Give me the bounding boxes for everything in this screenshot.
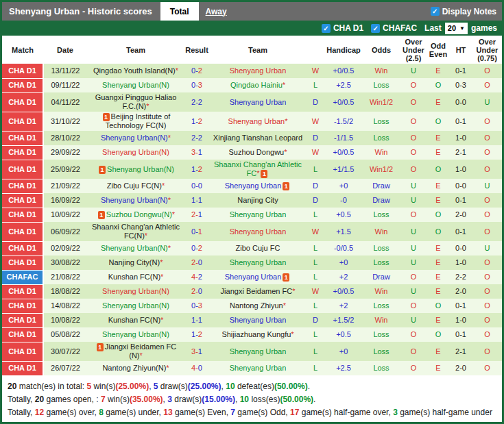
table-row: CHA D1 28/10/22 Shenyang Urban(N)* 2-2 X… — [2, 131, 502, 145]
games-select[interactable]: 20 ▼ — [445, 23, 468, 34]
table-row: CHA D1 09/11/22 Shenyang Urban(N) 0-3 Qi… — [2, 78, 502, 92]
summary-segment: game(s) under, — [104, 408, 163, 417]
match-date: 28/10/22 — [43, 131, 87, 145]
match-date: 02/09/22 — [43, 241, 87, 255]
home-team-cell: Shenyang Urban(N) — [87, 299, 184, 313]
away-goals: 2 — [198, 134, 202, 142]
over-under-25-value: O — [400, 78, 427, 92]
away-goals: 0 — [198, 258, 202, 266]
over-under-25-value: O — [400, 327, 427, 342]
over-under-25-value: O — [400, 92, 427, 112]
away-goals: 2 — [198, 165, 202, 173]
summary-segment: game(s) half-game over, — [299, 408, 393, 417]
col-over-under-075: Over Under (0.75) — [472, 36, 502, 64]
home-team-cell: Guangxi Pingguo Haliao F.C.(N)* — [87, 92, 184, 112]
col-odds: Odds — [363, 36, 400, 64]
odds-result: Win1/2 — [363, 92, 400, 112]
chafac-checkbox[interactable]: ✓ — [371, 24, 380, 33]
odds-result: Win1/2 — [363, 160, 400, 179]
home-team-cell: Nantong Zhiyun(N)* — [87, 361, 184, 375]
handicap-value: +2 — [324, 270, 363, 284]
match-date: 13/11/22 — [43, 64, 87, 78]
away-goals: 3 — [198, 301, 202, 310]
summary-segment: (25.00%) — [115, 382, 149, 391]
result-letter: W — [307, 112, 324, 131]
final-score: 2-2 — [184, 131, 209, 145]
over-under-075-value: O — [472, 193, 502, 208]
summary-segment: 8 — [99, 408, 104, 417]
summary-segment: game(s) Odd, — [235, 408, 290, 417]
home-team-cell: 1Jiangxi Beidamen FC (N)* — [87, 342, 184, 361]
away-goals: 2 — [198, 117, 202, 125]
odd-even-value: E — [427, 241, 449, 255]
col-handicap: Handicap — [324, 36, 363, 64]
half-time-score: 1-0 — [449, 255, 472, 270]
chafac-label: CHAFAC — [383, 23, 417, 33]
final-score: 1-2 — [184, 327, 209, 342]
col-home-team: Team — [87, 36, 184, 64]
result-letter: L — [307, 361, 324, 375]
over-under-075-value: O — [472, 222, 502, 241]
home-team-cell: 1Suzhou Dongwu(N)* — [87, 208, 184, 222]
match-date: 30/07/22 — [43, 342, 87, 361]
games-select-value: 20 — [448, 24, 456, 32]
team-name: Suzhou Dongwu — [228, 148, 284, 156]
cha-d1-checkbox[interactable]: ✓ — [322, 24, 331, 33]
half-time-score: 0-0 — [449, 179, 472, 193]
handicap-value: -1/1.5 — [324, 131, 363, 145]
away-team-cell: Xinjiang Tianshan Leopard — [209, 131, 307, 145]
note-icon: 1 — [99, 166, 106, 174]
handicap-value: +0/0.5 — [324, 284, 363, 299]
summary-segment: game(s) over, — [44, 408, 99, 417]
over-under-25-value: O — [400, 342, 427, 361]
tab-total[interactable]: Total — [160, 2, 199, 21]
league-badge: CHA D1 — [2, 342, 43, 361]
table-row: CHA D1 31/10/22 1Beijing Institute of Te… — [2, 112, 502, 131]
table-row: CHA D1 18/08/22 Shenyang Urban(N) 2-0 Ji… — [2, 284, 502, 299]
title-bar: Shenyang Urban - Historic scores Total A… — [2, 2, 502, 21]
over-under-075-value: O — [472, 299, 502, 313]
star-marker: * — [283, 81, 285, 89]
summary-segment: 3 — [167, 395, 172, 404]
team-name: Shenyang Urban — [228, 117, 285, 125]
away-goals: 1 — [198, 227, 202, 236]
star-marker: * — [166, 364, 169, 372]
league-badge: CHA D1 — [2, 179, 43, 193]
team-name: Shaanxi Chang'an Athletic FC(N) — [92, 223, 180, 240]
over-under-075-value: O — [472, 78, 502, 92]
over-under-25-value: U — [400, 222, 427, 241]
star-marker: * — [285, 117, 287, 125]
display-notes-checkbox[interactable]: ✓ — [431, 7, 440, 16]
star-marker: * — [291, 330, 293, 338]
team-name: Shenyang Urban — [230, 316, 287, 324]
team-name: Shenyang Urban — [225, 273, 282, 281]
odd-even-value: O — [427, 112, 449, 131]
summary-segment: 7 — [101, 395, 106, 404]
over-under-25-value: U — [400, 64, 427, 78]
league-badge: CHA D1 — [2, 299, 43, 313]
tab-away[interactable]: Away — [199, 2, 234, 21]
away-team-cell: Shenyang Urban — [209, 222, 307, 241]
away-team-cell: Shenyang Urban — [209, 361, 307, 375]
home-team-cell: Nanjing City(N)* — [87, 255, 184, 270]
home-team-cell: Shenyang Urban(N) — [87, 78, 184, 92]
star-marker: * — [176, 66, 178, 75]
league-badge: CHA D1 — [2, 284, 43, 299]
table-row: CHA D1 06/09/22 Shaanxi Chang'an Athleti… — [2, 222, 502, 241]
odds-result: Loss — [363, 361, 400, 375]
home-team-cell: Zibo Cuju FC(N)* — [87, 179, 184, 193]
away-team-cell: Shenyang Urban — [209, 342, 307, 361]
over-under-25-value: U — [400, 255, 427, 270]
star-marker: * — [168, 244, 171, 252]
odds-result: Win — [363, 313, 400, 327]
over-under-25-value: O — [400, 270, 427, 284]
league-badge: CHA D1 — [2, 208, 43, 222]
league-badge: CHA D1 — [2, 131, 43, 145]
odd-even-value: E — [427, 270, 449, 284]
over-under-075-value: O — [472, 313, 502, 327]
result-letter: L — [307, 208, 324, 222]
col-over-under-25: Over Under (2.5) — [400, 36, 427, 64]
summary-segment: match(es) in total: — [16, 382, 86, 391]
away-team-cell: Shenyang Urban* — [209, 112, 307, 131]
table-row: CHA D1 30/07/22 1Jiangxi Beidamen FC (N)… — [2, 342, 502, 361]
